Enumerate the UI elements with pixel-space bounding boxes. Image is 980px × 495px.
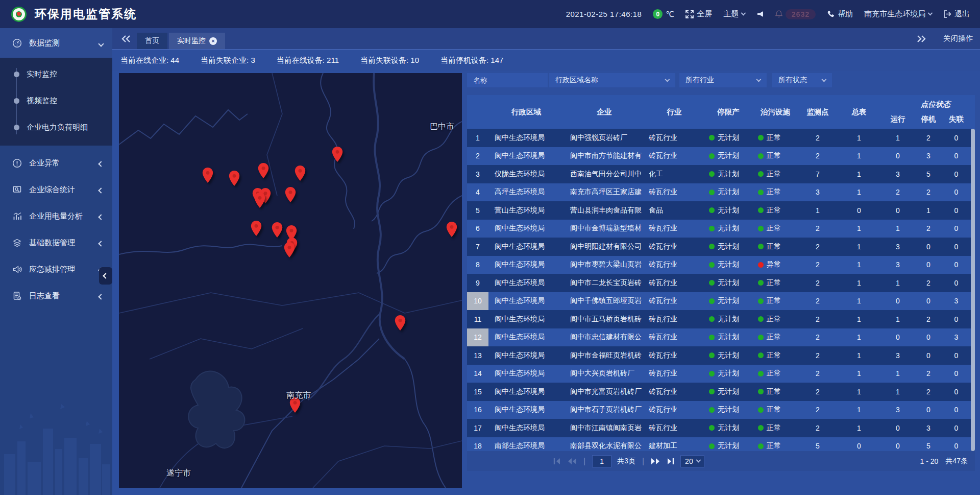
sidebar-item-emergency-reduction[interactable]: 应急减排管理	[0, 256, 112, 282]
cell-lost-count: 0	[942, 401, 971, 419]
table-row[interactable]: 16 阆中生态环境局 阆中市石子页岩机砖厂 砖瓦行业 无计划 正常 2 1 3 …	[467, 401, 971, 419]
help-button[interactable]: 帮助	[827, 9, 853, 19]
tabs-scroll-left-button[interactable]	[121, 35, 131, 42]
sidebar-collapse-button[interactable]	[99, 267, 112, 285]
cell-enterprise: 阆中市金博瑞新型墙材	[564, 220, 645, 238]
sidebar-item-enterprise-abnormal[interactable]: 企业异常	[0, 150, 112, 176]
status-dot	[709, 280, 715, 286]
cell-lost-count: 3	[942, 328, 971, 347]
chevron-down-icon	[98, 41, 104, 46]
tabs-scroll-right-button[interactable]	[917, 35, 926, 42]
sidebar-item-realtime-monitoring[interactable]: 实时监控	[0, 61, 112, 87]
sidebar-item-data-monitoring[interactable]: 数据监测	[0, 28, 112, 58]
cell-monitor-count: 3	[798, 183, 838, 202]
row-number: 6	[467, 220, 488, 238]
bullet-icon	[14, 98, 19, 104]
cell-lost-count: 0	[942, 256, 971, 274]
table-row[interactable]: 18 南部生态环境局 南部县双化水泥有限公 建材加工 无计划 正常 5 0 0 …	[467, 437, 971, 452]
table-row[interactable]: 10 阆中生态环境局 阆中千佛镇五郎垭页岩 砖瓦行业 无计划 正常 2 1 0 …	[467, 292, 971, 311]
theme-menu[interactable]: 主题	[723, 9, 745, 19]
name-filter-input[interactable]	[473, 76, 542, 84]
status-dot	[709, 190, 715, 195]
cell-run-count: 1	[880, 383, 915, 401]
stats-search-icon	[12, 185, 22, 195]
row-number: 3	[467, 165, 488, 183]
status-dot	[758, 226, 764, 231]
cell-facility-status: 正常	[753, 220, 798, 238]
table-row[interactable]: 11 阆中生态环境局 阆中市五马桥页岩机砖 砖瓦行业 无计划 正常 2 1 1 …	[467, 310, 971, 328]
region-filter-select[interactable]: 行政区域名称	[549, 73, 675, 87]
status-dot	[758, 190, 764, 195]
column-run: 运行	[880, 95, 915, 129]
cell-industry: 砖瓦行业	[645, 419, 704, 437]
tab-home[interactable]: 首页	[137, 33, 167, 49]
fullscreen-button[interactable]: 全屏	[685, 9, 712, 19]
table-row[interactable]: 3 仪陇生态环境局 西南油气田分公司川中 化工 无计划 正常 7 1 3 5 0	[467, 165, 971, 183]
mute-button[interactable]	[756, 10, 764, 18]
alarm-counter[interactable]: 2632	[775, 9, 816, 19]
cell-enterprise: 阆中千佛镇五郎垭页岩	[564, 292, 645, 311]
cell-enterprise: 阆中市南方节能建材有	[564, 147, 645, 166]
table-row[interactable]: 7 阆中生态环境局 阆中明阳建材有限公司 砖瓦行业 无计划 正常 2 1 3 0…	[467, 238, 971, 256]
chevron-left-icon	[98, 214, 104, 220]
cell-facility-status: 正常	[753, 328, 798, 347]
sidebar-item-log-view[interactable]: 日志查看	[0, 282, 112, 309]
cell-total-meter: 1	[838, 310, 880, 328]
sidebar-item-video-monitoring[interactable]: 视频监控	[0, 87, 112, 114]
first-page-button[interactable]	[553, 458, 561, 465]
table-header: 行政区域 企业 行业 停限产 治污设施 监测点 总表 运行 停机 失联 点位状态	[467, 95, 975, 129]
tab-close-icon[interactable]: ×	[209, 37, 217, 45]
next-page-button[interactable]	[651, 458, 660, 465]
cell-stopped-count: 2	[915, 129, 942, 147]
close-operations-menu[interactable]: 关闭操作	[943, 34, 973, 43]
status-filter-select[interactable]: 所有状态	[772, 73, 832, 87]
chevron-down-icon	[822, 77, 827, 82]
table-row[interactable]: 17 阆中生态环境局 阆中市江南镇阆南页岩 砖瓦行业 无计划 正常 2 1 0 …	[467, 419, 971, 437]
status-dot	[709, 389, 715, 394]
status-dot	[758, 262, 764, 268]
cell-monitor-count: 2	[798, 147, 838, 166]
table-row[interactable]: 12 阆中生态环境局 阆中市忠信建材有限公 砖瓦行业 无计划 正常 2 1 0 …	[467, 328, 971, 347]
page-number-input[interactable]	[592, 455, 611, 467]
table-row[interactable]: 15 阆中生态环境局 阆中市光富页岩机砖厂 砖瓦行业 无计划 正常 2 1 1 …	[467, 383, 971, 401]
scrollbar-thumb[interactable]	[971, 129, 975, 451]
table-row[interactable]: 2 阆中生态环境局 阆中市南方节能建材有 砖瓦行业 无计划 正常 2 1 0 3…	[467, 147, 971, 166]
status-dot	[758, 335, 764, 340]
sidebar-item-enterprise-statistics[interactable]: 企业综合统计	[0, 176, 112, 203]
table-row[interactable]: 14 阆中生态环境局 阆中大兴页岩机砖厂 砖瓦行业 无计划 正常 2 1 1 2…	[467, 365, 971, 383]
row-number: 5	[467, 201, 488, 220]
status-dot	[709, 207, 715, 213]
sidebar-item-power-analysis[interactable]: 企业用电量分析	[0, 203, 112, 229]
prev-page-button[interactable]	[567, 458, 577, 465]
page-size-select[interactable]: 20	[680, 455, 704, 467]
stat-item: 当前在线企业: 44	[120, 56, 179, 65]
table-row[interactable]: 6 阆中生态环境局 阆中市金博瑞新型墙材 砖瓦行业 无计划 正常 2 1 1 2…	[467, 220, 971, 238]
table-row[interactable]: 9 阆中生态环境局 阆中市二龙长宝页岩砖 砖瓦行业 无计划 正常 2 1 1 2…	[467, 274, 971, 292]
map-panel[interactable]: 巴中市南充市遂宁市	[119, 73, 462, 488]
content-body: 巴中市南充市遂宁市 行政区域名称 所有行业	[112, 72, 980, 495]
cell-industry: 砖瓦行业	[645, 328, 704, 347]
table-row[interactable]: 5 营山生态环境局 营山县润丰肉食品有限 食品 无计划 正常 1 0 0 1 0	[467, 201, 971, 220]
cell-industry: 砖瓦行业	[645, 365, 704, 383]
sidebar-item-base-data[interactable]: 基础数据管理	[0, 229, 112, 256]
logout-button[interactable]: 退出	[943, 9, 970, 19]
sidebar-item-power-load-detail[interactable]: 企业电力负荷明细	[0, 114, 112, 140]
column-monitor: 监测点	[798, 95, 838, 129]
cell-region: 阆中生态环境局	[488, 383, 564, 401]
row-number: 15	[467, 383, 488, 401]
cell-monitor-count: 5	[798, 437, 838, 452]
status-dot	[709, 425, 715, 431]
name-filter-field[interactable]	[467, 73, 548, 87]
table-scrollbar[interactable]	[971, 129, 975, 451]
cell-total-meter: 1	[838, 383, 880, 401]
last-page-button[interactable]	[666, 458, 675, 465]
table-row[interactable]: 4 高坪生态环境局 南充市高坪区王家店建 砖瓦行业 无计划 正常 3 1 2 2…	[467, 183, 971, 202]
table-row[interactable]: 8 阆中生态环境局 阆中市枣碧大梁山页岩 砖瓦行业 无计划 异常 2 1 3 0…	[467, 256, 971, 274]
column-group-point-status: 点位状态	[921, 100, 950, 109]
tab-realtime-monitoring[interactable]: 实时监控 ×	[169, 33, 225, 49]
column-enterprise: 企业	[564, 95, 645, 129]
industry-filter-select[interactable]: 所有行业	[679, 73, 767, 87]
org-menu[interactable]: 南充市生态环境局	[864, 9, 932, 19]
table-row[interactable]: 13 阆中生态环境局 阆中市金福旺页岩机砖 砖瓦行业 无计划 正常 2 1 3 …	[467, 346, 971, 365]
table-row[interactable]: 1 阆中生态环境局 阆中强锐页岩砖厂 砖瓦行业 无计划 正常 2 1 1 2 0	[467, 129, 971, 147]
